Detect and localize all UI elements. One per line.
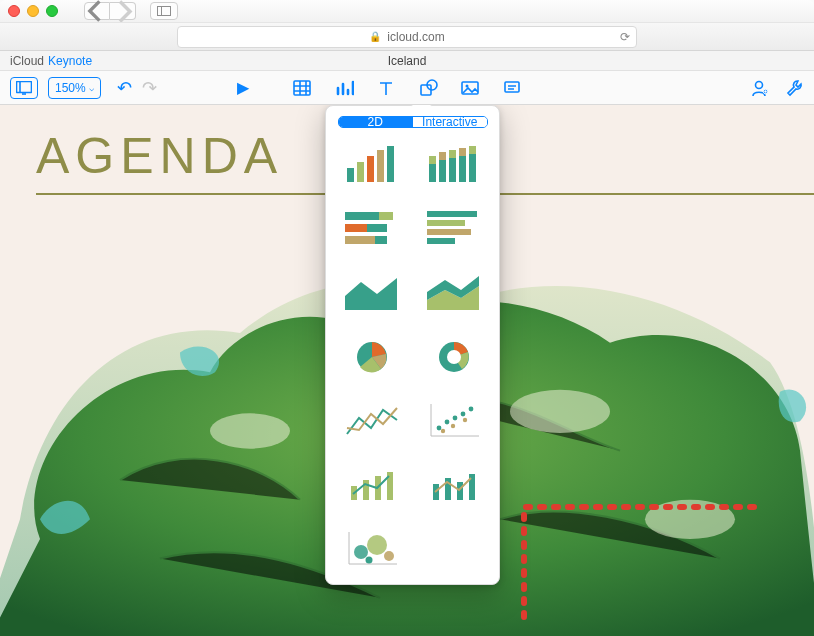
svg-rect-34: [427, 211, 477, 217]
svg-rect-18: [429, 164, 436, 182]
svg-rect-1: [294, 81, 310, 95]
sidebar-toggle-button[interactable]: [150, 2, 178, 20]
chart-type-popover: 2D Interactive: [325, 105, 500, 585]
zoom-menu-button[interactable]: 150% ⌵: [48, 77, 101, 99]
svg-point-47: [450, 424, 454, 428]
chart-thumb-area[interactable]: [338, 268, 406, 318]
window-controls: [8, 5, 58, 17]
collaborate-button[interactable]: [750, 78, 770, 98]
minimize-window-button[interactable]: [27, 5, 39, 17]
chart-tab-segmented: 2D Interactive: [338, 116, 488, 128]
svg-point-48: [462, 418, 466, 422]
svg-point-45: [468, 407, 473, 412]
chart-thumb-donut[interactable]: [420, 332, 488, 382]
forward-button[interactable]: [110, 2, 136, 20]
insert-shape-button[interactable]: [418, 78, 438, 98]
svg-rect-36: [427, 229, 471, 235]
svg-rect-55: [457, 482, 463, 500]
svg-rect-30: [345, 224, 367, 232]
svg-rect-50: [363, 480, 369, 500]
redo-button: ↷: [142, 77, 157, 99]
app-bar: iCloud Keynote Iceland: [0, 51, 814, 71]
svg-point-60: [365, 557, 372, 564]
svg-point-7: [756, 81, 763, 88]
reload-icon[interactable]: ⟳: [620, 30, 630, 44]
back-button[interactable]: [84, 2, 110, 20]
chart-thumb-line[interactable]: [338, 396, 406, 446]
chart-thumb-bar-horizontal-stacked[interactable]: [338, 204, 406, 254]
svg-rect-20: [439, 160, 446, 182]
svg-rect-25: [459, 148, 466, 156]
svg-point-44: [460, 412, 465, 417]
chart-tab-2d[interactable]: 2D: [339, 117, 413, 127]
insert-text-button[interactable]: [376, 78, 396, 98]
play-button[interactable]: ▶: [237, 78, 249, 97]
undo-redo-group: ↶ ↷: [117, 77, 157, 99]
chart-thumb-bar-vertical[interactable]: [338, 140, 406, 190]
svg-rect-54: [445, 478, 451, 500]
chart-thumb-area-stacked[interactable]: [420, 268, 488, 318]
sidebar-icon: [157, 6, 171, 16]
svg-rect-27: [469, 146, 476, 154]
chevron-down-icon: ⌵: [89, 83, 94, 93]
svg-point-11: [510, 390, 610, 433]
svg-rect-6: [505, 82, 519, 92]
svg-rect-35: [427, 220, 465, 226]
svg-rect-15: [367, 156, 374, 182]
chart-thumb-bar-horizontal[interactable]: [420, 204, 488, 254]
svg-point-10: [210, 413, 290, 448]
browser-chrome: 🔒 icloud.com ⟳: [0, 0, 814, 51]
address-bar[interactable]: 🔒 icloud.com ⟳: [177, 26, 637, 48]
insert-comment-button[interactable]: [502, 78, 522, 98]
brand-label: iCloud: [10, 54, 44, 68]
svg-rect-17: [387, 146, 394, 182]
toolbar-right: [750, 78, 804, 98]
chart-thumbs-grid: [338, 140, 488, 574]
app-name-link[interactable]: Keynote: [48, 54, 92, 68]
route-dotted-line: [514, 447, 774, 627]
chart-tab-interactive[interactable]: Interactive: [412, 117, 487, 127]
document-title: Iceland: [388, 54, 427, 68]
chart-thumb-scatter[interactable]: [420, 396, 488, 446]
insert-image-button[interactable]: [460, 78, 480, 98]
url-host: icloud.com: [387, 30, 444, 44]
svg-point-41: [436, 426, 441, 431]
svg-rect-37: [427, 238, 455, 244]
lock-icon: 🔒: [369, 31, 381, 42]
chart-thumb-combo-2[interactable]: [420, 460, 488, 510]
svg-rect-16: [377, 150, 384, 182]
slide-canvas[interactable]: AGENDA: [0, 105, 814, 636]
url-row: 🔒 icloud.com ⟳: [0, 22, 814, 50]
chart-thumb-pie[interactable]: [338, 332, 406, 382]
chart-thumb-combo-1[interactable]: [338, 460, 406, 510]
svg-point-57: [354, 545, 368, 559]
insert-table-button[interactable]: [292, 78, 312, 98]
svg-point-40: [447, 350, 461, 364]
tools-button[interactable]: [784, 78, 804, 98]
svg-rect-0: [17, 81, 32, 92]
toolbar-left: 150% ⌵ ↶ ↷ ▶: [10, 77, 249, 99]
svg-rect-28: [345, 212, 379, 220]
undo-button[interactable]: ↶: [117, 77, 132, 99]
svg-point-43: [452, 416, 457, 421]
svg-rect-32: [345, 236, 375, 244]
zoom-window-button[interactable]: [46, 5, 58, 17]
view-menu-button[interactable]: [10, 77, 38, 99]
keynote-toolbar: 150% ⌵ ↶ ↷ ▶: [0, 71, 814, 105]
insert-chart-button[interactable]: [334, 78, 354, 98]
svg-rect-19: [429, 156, 436, 164]
titlebar: [0, 0, 814, 22]
slide-title: AGENDA: [36, 127, 283, 185]
toolbar-center: [292, 78, 522, 98]
svg-rect-23: [449, 150, 456, 158]
svg-rect-21: [439, 152, 446, 160]
zoom-value: 150%: [55, 81, 86, 95]
svg-rect-14: [357, 162, 364, 182]
chart-thumb-bubble[interactable]: [338, 524, 406, 574]
svg-rect-29: [379, 212, 393, 220]
svg-rect-24: [459, 156, 466, 182]
svg-rect-33: [375, 236, 387, 244]
chart-thumb-bar-vertical-stacked[interactable]: [420, 140, 488, 190]
close-window-button[interactable]: [8, 5, 20, 17]
svg-rect-31: [367, 224, 387, 232]
